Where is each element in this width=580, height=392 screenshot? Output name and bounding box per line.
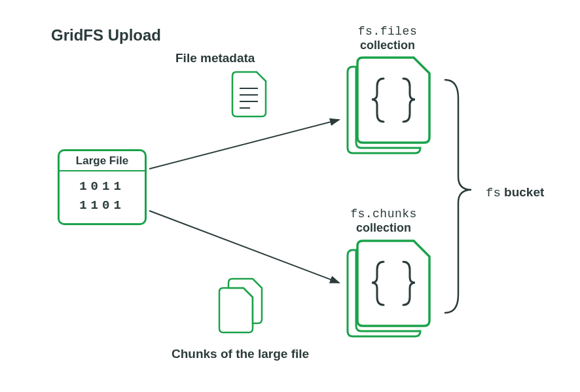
large-file-box: Large File 1011 1101: [58, 149, 147, 225]
bits-line-2: 1101: [60, 196, 145, 215]
chunks-collection-icon: [348, 241, 429, 336]
fs-bucket-label: fs bucket: [486, 185, 544, 200]
files-collection-label: fs.files collection: [342, 25, 433, 52]
chunk-documents-icon: [219, 279, 262, 332]
diagram-title: GridFS Upload: [51, 26, 161, 45]
files-collection-name: fs.files: [342, 25, 433, 39]
collection-word-2: collection: [338, 221, 429, 235]
arrow-to-chunks: [149, 211, 339, 283]
arrow-to-files: [149, 120, 339, 169]
large-file-bits: 1011 1101: [60, 171, 145, 216]
collection-word-1: collection: [342, 39, 433, 52]
file-metadata-label: File metadata: [175, 51, 255, 65]
bucket-word: bucket: [504, 185, 544, 199]
bucket-prefix: fs: [486, 186, 501, 200]
chunks-label: Chunks of the large file: [172, 347, 309, 361]
bits-line-1: 1011: [60, 177, 145, 196]
bucket-brace-icon: [445, 80, 471, 313]
chunks-collection-label: fs.chunks collection: [338, 207, 429, 234]
document-icon: [232, 72, 266, 116]
chunks-collection-name: fs.chunks: [338, 207, 429, 221]
large-file-label: Large File: [60, 151, 145, 171]
files-collection-icon: [348, 58, 429, 153]
